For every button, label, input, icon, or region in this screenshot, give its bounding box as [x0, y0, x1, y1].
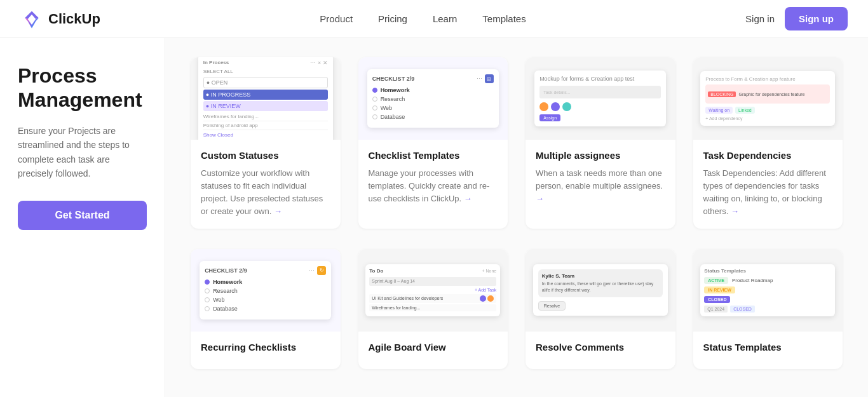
- mock-check-database: Database: [372, 114, 494, 120]
- nav-actions: Sign in Sign up: [745, 7, 848, 30]
- card-body-recurring-checklists: Recurring Checklists: [191, 332, 341, 369]
- mock-dots-icon: ⋯ × ✕: [310, 60, 327, 66]
- card-image-multiple-assignees: Mockup for forms & Creation app test Tas…: [526, 57, 675, 140]
- mock-check-web: Web: [372, 105, 494, 111]
- card-title-multiple-assignees: Multiple assignees: [536, 150, 665, 161]
- mock-in-process-label: In Process: [203, 60, 229, 65]
- mock-agile-ui: To Do + None Sprint Aug 8 – Aug 14 + Add…: [365, 264, 500, 316]
- mock-status-header: In Process ⋯ × ✕: [203, 60, 328, 66]
- card-title-status-templates: Status Templates: [703, 342, 833, 353]
- logo-text: ClickUp: [48, 11, 100, 27]
- page-title: Process Management: [18, 64, 147, 112]
- card-body-resolve-comments: Resolve Comments: [526, 332, 675, 369]
- feature-card-multiple-assignees: Mockup for forms & Creation app test Tas…: [526, 57, 675, 229]
- main-content: In Process ⋯ × ✕ SELECT ALL ● OPEN ● IN …: [165, 38, 868, 397]
- card-link-task-dependencies[interactable]: →: [731, 206, 739, 216]
- nav-product[interactable]: Product: [320, 13, 353, 24]
- card-image-checklist-templates: CHECKLIST 2/9 ⋯ ⊞ Homework R: [358, 57, 508, 140]
- avatar-2: [551, 102, 560, 111]
- feature-card-checklist-templates: CHECKLIST 2/9 ⋯ ⊞ Homework R: [358, 57, 508, 229]
- mock-comment-ui: Kylie S. Team In the comments, these wil…: [533, 264, 668, 316]
- mock-show-closed: Show Closed: [203, 132, 328, 138]
- avatar-1: [539, 102, 548, 111]
- navbar: ClickUp Product Pricing Learn Templates …: [0, 0, 868, 38]
- mock-select-all: SELECT ALL: [203, 69, 328, 74]
- mock-recurring-checklist-ui: CHECKLIST 2/9 ⋯ ↻ Homework R: [200, 261, 331, 320]
- card-image-recurring-checklists: CHECKLIST 2/9 ⋯ ↻ Homework R: [191, 249, 341, 332]
- nav-templates[interactable]: Templates: [482, 13, 526, 24]
- feature-card-recurring-checklists: CHECKLIST 2/9 ⋯ ↻ Homework R: [191, 249, 341, 369]
- get-started-button[interactable]: Get Started: [18, 201, 147, 230]
- card-body-custom-statuses: Custom Statuses Customize your workflow …: [191, 140, 341, 229]
- card-body-multiple-assignees: Multiple assignees When a task needs mor…: [526, 140, 675, 229]
- feature-card-custom-statuses: In Process ⋯ × ✕ SELECT ALL ● OPEN ● IN …: [191, 57, 341, 229]
- card-link-custom-statuses[interactable]: →: [274, 206, 282, 216]
- mock-statuses-ui: In Process ⋯ × ✕ SELECT ALL ● OPEN ● IN …: [198, 57, 333, 140]
- card-body-task-dependencies: Task Dependencies Task Dependencies: Add…: [693, 140, 843, 229]
- mock-check-homework: Homework: [372, 87, 494, 93]
- card-title-task-dependencies: Task Dependencies: [703, 150, 833, 161]
- card-image-resolve-comments: Kylie S. Team In the comments, these wil…: [526, 249, 675, 332]
- sidebar: Process Management Ensure your Projects …: [0, 38, 165, 397]
- nav-pricing[interactable]: Pricing: [378, 13, 407, 24]
- card-link-checklist-templates[interactable]: →: [464, 194, 472, 203]
- avatar-3: [562, 102, 571, 111]
- mock-assignees-ui: Mockup for forms & Creation app test Tas…: [534, 71, 666, 126]
- card-body-status-templates: Status Templates: [693, 332, 843, 369]
- card-title-checklist-templates: Checklist Templates: [369, 150, 498, 161]
- mock-status-tpl-ui: Status Templates ACTIVE Product Roadmap …: [700, 264, 835, 316]
- feature-grid-row1: In Process ⋯ × ✕ SELECT ALL ● OPEN ● IN …: [191, 57, 843, 229]
- nav-learn[interactable]: Learn: [433, 13, 457, 24]
- mock-open-status: ● OPEN: [203, 77, 328, 88]
- card-title-agile-board: Agile Board View: [369, 342, 498, 353]
- card-title-custom-statuses: Custom Statuses: [201, 150, 330, 161]
- feature-card-agile-board: To Do + None Sprint Aug 8 – Aug 14 + Add…: [358, 249, 508, 369]
- mock-deps-ui: Process to Form & Creation app feature B…: [700, 71, 835, 126]
- card-title-resolve-comments: Resolve Comments: [536, 342, 665, 353]
- logo-icon: [20, 8, 43, 30]
- card-desc-custom-statuses: Customize your workflow with statuses to…: [201, 167, 330, 219]
- feature-card-status-templates: Status Templates ACTIVE Product Roadmap …: [693, 249, 843, 369]
- signin-button[interactable]: Sign in: [745, 13, 775, 24]
- card-image-custom-statuses: In Process ⋯ × ✕ SELECT ALL ● OPEN ● IN …: [191, 57, 341, 140]
- nav-links: Product Pricing Learn Templates: [320, 13, 526, 24]
- card-image-agile-board: To Do + None Sprint Aug 8 – Aug 14 + Add…: [358, 249, 508, 332]
- mock-assign-action-btn: Assign: [539, 114, 560, 121]
- mock-task-2: Polishing of android app: [203, 121, 328, 130]
- card-body-agile-board: Agile Board View: [358, 332, 508, 369]
- card-desc-multiple-assignees: When a task needs more than one person, …: [536, 167, 665, 205]
- card-title-recurring-checklists: Recurring Checklists: [201, 342, 330, 353]
- signup-button[interactable]: Sign up: [785, 7, 848, 30]
- feature-card-resolve-comments: Kylie S. Team In the comments, these wil…: [526, 249, 675, 369]
- feature-grid-row2: CHECKLIST 2/9 ⋯ ↻ Homework R: [191, 249, 843, 369]
- mock-checklist-ui: CHECKLIST 2/9 ⋯ ⊞ Homework R: [367, 69, 499, 128]
- feature-card-task-dependencies: Process to Form & Creation app feature B…: [693, 57, 843, 229]
- page-wrapper: Process Management Ensure your Projects …: [0, 0, 868, 397]
- mock-review-status: ● IN REVIEW: [203, 101, 328, 111]
- logo[interactable]: ClickUp: [20, 8, 100, 30]
- card-desc-checklist-templates: Manage your processes with templates. Qu…: [369, 167, 498, 205]
- mock-task-1: Wireframes for landing...: [203, 112, 328, 121]
- card-image-status-templates: Status Templates ACTIVE Product Roadmap …: [693, 249, 843, 332]
- mock-inprogress-status: ● IN PROGRESS: [203, 90, 328, 100]
- card-image-task-dependencies: Process to Form & Creation app feature B…: [693, 57, 843, 140]
- sidebar-description: Ensure your Projects are streamlined and…: [18, 124, 147, 181]
- card-link-multiple-assignees[interactable]: →: [536, 194, 544, 203]
- mock-checklist-header: CHECKLIST 2/9 ⋯ ⊞: [372, 74, 494, 83]
- mock-check-research: Research: [372, 96, 494, 102]
- card-body-checklist-templates: Checklist Templates Manage your processe…: [358, 140, 508, 229]
- card-desc-task-dependencies: Task Dependencies: Add different types o…: [703, 167, 833, 219]
